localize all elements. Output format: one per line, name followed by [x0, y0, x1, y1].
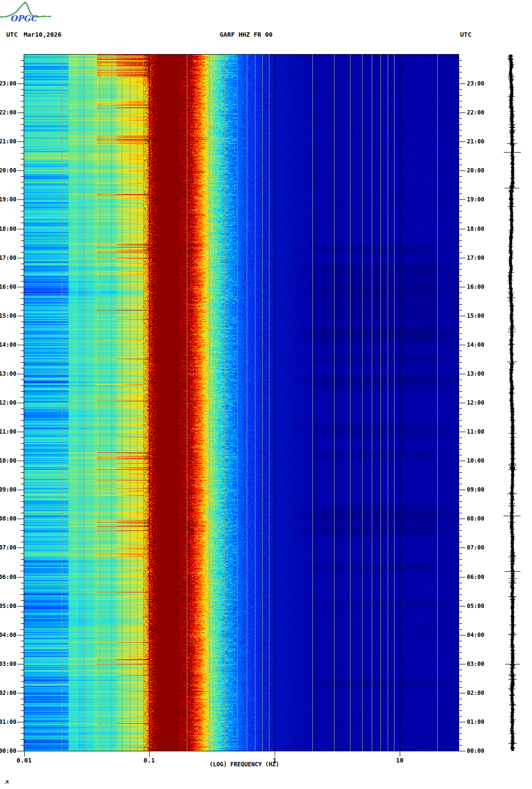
x-tick-label: 0.1: [143, 757, 154, 764]
y-major-tick-right: [459, 170, 465, 171]
freq-grid-line: [255, 55, 255, 751]
x-major-tick: [149, 751, 150, 757]
y-minor-tick-left: [21, 536, 24, 536]
y-minor-tick-right: [459, 397, 462, 397]
spectrogram-canvas: [24, 55, 459, 751]
y-minor-tick-right: [459, 327, 462, 328]
y-minor-tick-right: [459, 583, 462, 583]
x-major-tick: [400, 751, 400, 757]
y-minor-tick-left: [21, 530, 24, 531]
y-tick-label-right: 22:00: [467, 110, 484, 115]
y-minor-tick-right: [459, 745, 462, 746]
y-tick-label-left: 07:00: [0, 545, 16, 550]
y-major-tick-left: [17, 548, 24, 548]
y-minor-tick-right: [459, 449, 462, 450]
y-minor-tick-right: [459, 60, 462, 61]
y-tick-label-right: 03:00: [467, 661, 484, 667]
y-minor-tick-left: [21, 176, 24, 177]
x-axis-title: (LOG) FREQUENCY (HZ): [210, 761, 280, 768]
y-major-tick-left: [17, 751, 24, 751]
y-tick-label-left: 20:00: [0, 168, 16, 173]
y-minor-tick-right: [459, 670, 462, 670]
y-minor-tick-left: [21, 466, 24, 467]
y-minor-tick-left: [21, 95, 24, 96]
x-major-tick: [275, 751, 275, 757]
logo-peak-tick: [25, 1, 25, 3]
y-tick-label-left: 21:00: [0, 139, 16, 144]
y-minor-tick-right: [459, 246, 462, 247]
y-minor-tick-right: [459, 188, 462, 188]
y-major-tick-right: [459, 548, 465, 548]
freq-grid-line: [112, 55, 112, 751]
y-minor-tick-right: [459, 310, 462, 310]
y-minor-tick-left: [21, 351, 24, 351]
y-minor-tick-right: [459, 235, 462, 235]
freq-grid-line: [247, 55, 247, 751]
y-minor-tick-right: [459, 559, 462, 560]
y-minor-tick-right: [459, 281, 462, 282]
y-minor-tick-left: [21, 188, 24, 188]
freq-grid-line: [209, 55, 210, 751]
y-minor-tick-right: [459, 524, 462, 525]
y-minor-tick-left: [21, 397, 24, 397]
y-minor-tick-right: [459, 739, 462, 740]
y-tick-label-right: 04:00: [467, 632, 484, 638]
y-minor-tick-left: [21, 676, 24, 676]
freq-grid-line: [312, 55, 313, 751]
y-minor-tick-left: [21, 182, 24, 183]
y-minor-tick-left: [21, 629, 24, 630]
y-minor-tick-left: [21, 310, 24, 310]
y-major-tick-right: [459, 461, 465, 461]
y-tick-label-right: 01:00: [467, 719, 484, 725]
y-minor-tick-right: [459, 240, 462, 241]
y-major-tick-left: [17, 693, 24, 693]
y-major-tick-right: [459, 84, 465, 84]
y-minor-tick-left: [21, 130, 24, 130]
y-minor-tick-left: [21, 252, 24, 253]
y-major-tick-right: [459, 403, 465, 403]
y-minor-tick-right: [459, 269, 462, 270]
y-minor-tick-left: [21, 484, 24, 484]
y-minor-tick-left: [21, 507, 24, 507]
y-minor-tick-right: [459, 95, 462, 96]
y-minor-tick-left: [21, 501, 24, 502]
freq-grid-line: [143, 55, 144, 751]
y-major-tick-left: [17, 199, 24, 200]
y-minor-tick-right: [459, 211, 462, 211]
y-major-tick-right: [459, 113, 465, 113]
y-minor-tick-right: [459, 443, 462, 444]
y-minor-tick-left: [21, 223, 24, 223]
y-minor-tick-left: [21, 72, 24, 72]
y-tick-label-right: 17:00: [467, 255, 484, 261]
y-minor-tick-right: [459, 409, 462, 409]
logo-text: OPGC: [10, 14, 38, 23]
y-minor-tick-right: [459, 194, 462, 194]
y-tick-label-left: 14:00: [0, 342, 16, 348]
y-minor-tick-right: [459, 600, 462, 601]
y-major-tick-left: [17, 229, 24, 229]
y-minor-tick-right: [459, 478, 462, 479]
y-minor-tick-left: [21, 710, 24, 711]
y-major-tick-left: [17, 287, 24, 287]
y-tick-label-left: 10:00: [0, 458, 16, 464]
y-tick-label-right: 07:00: [467, 545, 484, 550]
y-minor-tick-left: [21, 107, 24, 107]
y-tick-label-right: 12:00: [467, 400, 484, 406]
y-minor-tick-right: [459, 293, 462, 293]
y-minor-tick-right: [459, 687, 462, 688]
y-major-tick-left: [17, 345, 24, 345]
y-minor-tick-left: [21, 623, 24, 624]
y-tick-label-right: 14:00: [467, 342, 484, 348]
y-major-tick-right: [459, 490, 465, 490]
y-tick-label-left: 02:00: [0, 690, 16, 696]
y-minor-tick-left: [21, 78, 24, 78]
y-minor-tick-right: [459, 513, 462, 513]
y-minor-tick-right: [459, 351, 462, 351]
y-minor-tick-right: [459, 176, 462, 177]
y-minor-tick-right: [459, 530, 462, 531]
y-minor-tick-left: [21, 327, 24, 328]
y-minor-tick-right: [459, 101, 462, 101]
y-minor-tick-right: [459, 641, 462, 641]
y-tick-label-right: 05:00: [467, 603, 484, 609]
freq-grid-line: [262, 55, 263, 751]
